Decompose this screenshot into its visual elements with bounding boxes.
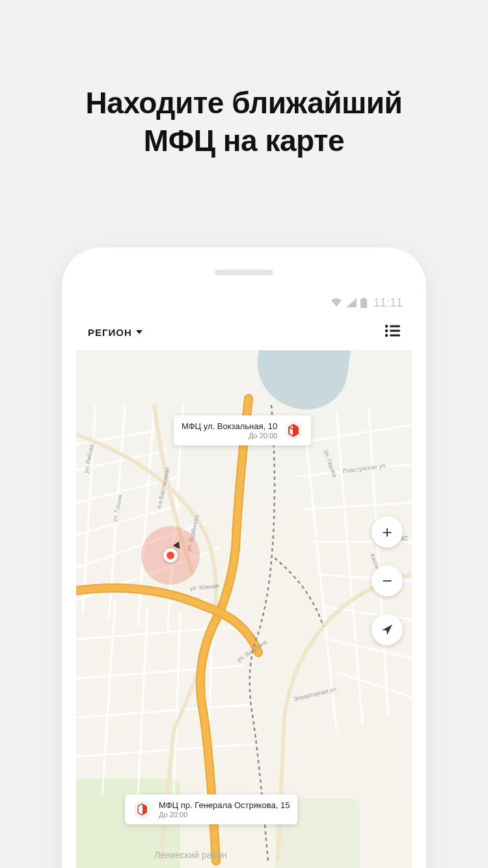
svg-point-6: [385, 334, 388, 337]
map-district-label: Ленинский район: [154, 850, 227, 860]
status-time: 11:11: [373, 296, 403, 310]
mfc-pin-icon: [133, 800, 152, 819]
phone-frame: 11:11 РЕГИОН: [62, 247, 426, 868]
map-callout-2[interactable]: МФЦ пр. Генерала Острякова, 15 До 20:00: [125, 794, 297, 824]
promo-title: Находите ближайший МФЦ на карте: [0, 0, 488, 160]
minus-icon: −: [382, 571, 392, 591]
svg-rect-7: [390, 335, 400, 337]
svg-point-2: [385, 325, 388, 328]
caret-down-icon: [136, 330, 142, 334]
svg-rect-1: [360, 299, 367, 308]
wifi-icon: [331, 298, 342, 307]
callout-title: МФЦ ул. Вокзальная, 10: [182, 421, 277, 432]
plus-icon: +: [382, 522, 392, 542]
svg-point-4: [385, 329, 388, 332]
svg-rect-3: [390, 326, 400, 328]
zoom-in-button[interactable]: +: [372, 516, 403, 548]
callout-hours: До 20:00: [159, 811, 290, 819]
app-header: РЕГИОН: [76, 314, 412, 350]
navigate-icon: [381, 623, 394, 636]
svg-text:Пластунская ул.: Пластунская ул.: [342, 462, 387, 475]
mfc-pin-icon: [284, 421, 303, 440]
battery-icon: [360, 298, 367, 308]
callout-title: МФЦ пр. Генерала Острякова, 15: [159, 800, 290, 811]
svg-rect-0: [362, 298, 365, 299]
region-dropdown[interactable]: РЕГИОН: [88, 327, 142, 338]
map-callout-1[interactable]: МФЦ ул. Вокзальная, 10 До 20:00: [174, 415, 311, 445]
callout-hours: До 20:00: [182, 432, 277, 440]
zoom-out-button[interactable]: −: [372, 565, 403, 596]
region-label: РЕГИОН: [88, 327, 132, 338]
phone-speaker: [215, 270, 273, 275]
svg-text:Элеваторная ул.: Элеваторная ул.: [293, 685, 338, 702]
svg-text:ул. Гоголя: ул. Гоголя: [111, 494, 124, 522]
signal-icon: [346, 298, 357, 307]
list-view-button[interactable]: [385, 324, 400, 340]
promo-line-2: МФЦ на карте: [144, 124, 344, 158]
app-screen: 11:11 РЕГИОН: [76, 292, 412, 868]
user-location-dot: [163, 548, 178, 563]
map[interactable]: Троллей ул. Рябова ул. Гоголя 4-я Бастио…: [76, 350, 412, 868]
svg-rect-5: [390, 330, 400, 332]
svg-text:ул. Рябова: ул. Рябова: [83, 443, 95, 473]
status-bar: 11:11: [76, 292, 412, 314]
promo-line-1: Находите ближайший: [86, 86, 403, 120]
locate-me-button[interactable]: [372, 614, 403, 645]
